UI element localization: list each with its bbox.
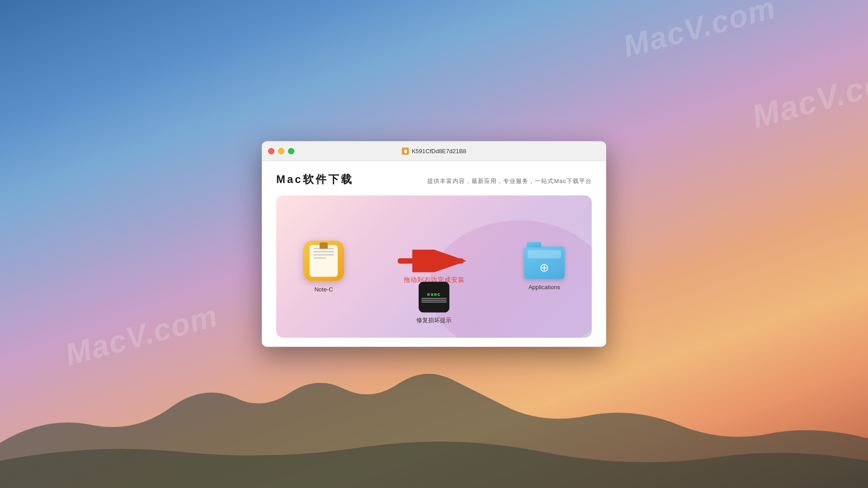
window-body: Mac软件下载 提供丰富内容，最新应用，专业服务，一站式Mac下载平台: [262, 161, 606, 347]
folder-label: Applications: [528, 284, 560, 291]
exec-label: 修复损坏提示: [416, 316, 452, 324]
applications-folder-section: ⊕ Applications: [524, 243, 565, 291]
folder-shine: [528, 250, 561, 258]
exec-icon[interactable]: exec: [419, 282, 449, 313]
title-label: K591CfDd8E7d21B8: [412, 148, 467, 155]
folder-apps-symbol: ⊕: [539, 261, 549, 275]
subtitle: 提供丰富内容，最新应用，专业服务，一站式Mac下载平台: [427, 177, 592, 185]
folder-body: ⊕: [524, 247, 565, 279]
app-label: Note-C: [314, 286, 333, 293]
window-title: 📋 K591CfDd8E7d21B8: [402, 147, 467, 155]
notepad-line-4: [313, 258, 326, 259]
folder-tab: [527, 242, 541, 248]
notepad-clip: [320, 243, 328, 249]
exec-section: exec 修复损坏提示: [416, 282, 452, 324]
dmg-install-area: Note-C 拖动到右边完成安装 ⊕: [276, 196, 592, 338]
drag-arrow-icon: [398, 249, 470, 272]
exec-line-2: [421, 300, 447, 301]
window-header: Mac软件下载 提供丰富内容，最新应用，专业服务，一站式Mac下载平台: [276, 172, 592, 187]
maximize-button[interactable]: [288, 148, 294, 154]
app-section: Note-C: [303, 241, 344, 293]
folder-icon[interactable]: ⊕: [524, 243, 565, 279]
mac-window: 📋 K591CfDd8E7d21B8 Mac软件下载 提供丰富内容，最新应用，专…: [262, 141, 606, 347]
app-title: Mac软件下载: [276, 172, 354, 187]
exec-line-1: [421, 298, 447, 299]
exec-text: exec: [427, 292, 441, 297]
exec-line-3: [421, 302, 447, 303]
title-icon: 📋: [402, 147, 409, 155]
app-icon-inner: [303, 241, 344, 282]
close-button[interactable]: [268, 148, 274, 154]
arrow-section: 拖动到右边完成安装: [398, 249, 470, 284]
notepad-line-3: [313, 254, 334, 256]
notepad-line-2: [313, 251, 334, 253]
mountain-silhouette: [0, 361, 868, 488]
traffic-lights: [268, 148, 294, 154]
app-icon[interactable]: [303, 241, 344, 282]
exec-lines: [421, 298, 447, 303]
minimize-button[interactable]: [278, 148, 284, 154]
notepad-body: [310, 245, 338, 277]
title-bar: 📋 K591CfDd8E7d21B8: [262, 141, 606, 161]
